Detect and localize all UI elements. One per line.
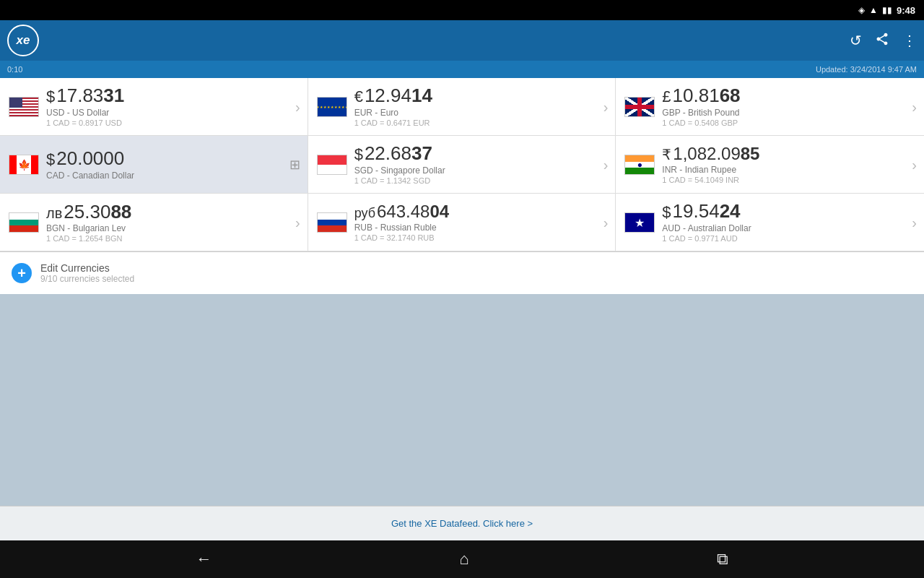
currency-name-inr: INR - Indian Rupee xyxy=(662,165,915,175)
edit-currencies-title: Edit Currencies xyxy=(40,262,134,274)
chevron-sgd: › xyxy=(603,156,609,173)
currency-main-row-rub: руб 643.4804 xyxy=(354,203,607,221)
currency-name-bgn: BGN - Bulgarian Lev xyxy=(46,223,299,233)
datafeed-link[interactable]: Get the XE Datafeed. Click here > xyxy=(391,518,533,529)
flag-sg xyxy=(317,155,347,175)
toolbar-left: xe xyxy=(7,25,39,56)
currency-main-row-inr: ₹ 1,082.0985 xyxy=(662,145,915,163)
flag-ca xyxy=(9,155,39,175)
status-bar: ◈ ▲ ▮▮ 9:48 xyxy=(0,0,924,20)
currency-name-sgd: SGD - Singapore Dollar xyxy=(354,165,607,176)
add-currencies-button[interactable]: + xyxy=(12,263,32,283)
currency-main-row-aud: $ 19.5424 xyxy=(662,202,915,222)
currency-info-gbp: £ 10.8168 GBP - British Pound 1 CAD = 0.… xyxy=(662,86,915,127)
currency-cell-bgn[interactable]: лв 25.3088 BGN - Bulgarian Lev 1 CAD = 1… xyxy=(0,194,308,251)
currency-main-row-bgn: лв 25.3088 xyxy=(46,202,299,222)
currency-cell-usd[interactable]: $ 17.8331 USD - US Dollar 1 CAD = 0.8917… xyxy=(0,78,308,136)
chevron-gbp: › xyxy=(912,98,917,115)
currency-name-aud: AUD - Australian Dollar xyxy=(662,223,915,233)
currency-name-eur: EUR - Euro xyxy=(354,108,607,118)
currency-rate-bgn: 1 CAD = 1.2654 BGN xyxy=(46,234,299,243)
currency-amount-aud: 19.5424 xyxy=(673,202,741,220)
edit-currencies-subtitle: 9/10 currencies selected xyxy=(40,274,134,284)
currency-amount-cad: 20.0000 xyxy=(56,149,124,168)
currency-amount-eur: 12.9414 xyxy=(365,86,432,105)
currency-amount-rub: 643.4804 xyxy=(377,203,449,220)
currency-grid: $ 17.8331 USD - US Dollar 1 CAD = 0.8917… xyxy=(0,78,924,252)
refresh-icon[interactable]: ↺ xyxy=(850,32,862,49)
toolbar: xe ↺ ⋮ xyxy=(0,20,924,61)
currency-info-cad: $ 20.0000 CAD - Canadian Dollar xyxy=(46,149,299,181)
status-icons: ◈ ▲ ▮▮ 9:48 xyxy=(858,5,915,16)
currency-info-eur: € 12.9414 EUR - Euro 1 CAD = 0.6471 EUR xyxy=(354,86,607,127)
currency-amount-usd: 17.8331 xyxy=(56,86,124,105)
footer-link[interactable]: Get the XE Datafeed. Click here > xyxy=(0,506,924,540)
menu-icon[interactable]: ⋮ xyxy=(902,32,917,49)
flag-ru xyxy=(317,212,347,233)
currency-cell-aud[interactable]: $ 19.5424 AUD - Australian Dollar 1 CAD … xyxy=(616,194,924,251)
currency-main-row-gbp: £ 10.8168 xyxy=(662,86,915,106)
currency-symbol-usd: $ xyxy=(46,87,55,106)
xe-logo[interactable]: xe xyxy=(7,25,39,56)
calculator-icon[interactable]: ⊞ xyxy=(289,157,300,173)
chevron-eur: › xyxy=(603,98,609,115)
flag-in xyxy=(624,155,655,175)
main-content: $ 17.8331 USD - US Dollar 1 CAD = 0.8917… xyxy=(0,78,924,540)
sub-header: 0:10 Updated: 3/24/2014 9:47 AM xyxy=(0,61,924,78)
currency-info-bgn: лв 25.3088 BGN - Bulgarian Lev 1 CAD = 1… xyxy=(46,202,299,243)
currency-name-cad: CAD - Canadian Dollar xyxy=(46,171,299,181)
status-time: 9:48 xyxy=(897,5,915,16)
edit-currencies-row[interactable]: + Edit Currencies 9/10 currencies select… xyxy=(0,252,924,294)
sim-icon: ◈ xyxy=(858,5,865,15)
currency-main-row-cad: $ 20.0000 xyxy=(46,149,299,169)
flag-eu: ★★★★★★★★★★★★ xyxy=(317,97,347,117)
home-button[interactable]: ⌂ xyxy=(459,550,468,569)
currency-amount-gbp: 10.8168 xyxy=(673,86,741,105)
flag-us xyxy=(9,97,39,117)
currency-amount-inr: 1,082.0985 xyxy=(673,145,759,163)
battery-icon: ▮▮ xyxy=(882,5,892,15)
wifi-icon: ▲ xyxy=(869,5,878,15)
currency-info-sgd: $ 22.6837 SGD - Singapore Dollar 1 CAD =… xyxy=(354,144,607,185)
flag-bg xyxy=(9,212,39,233)
currency-rate-aud: 1 CAD = 0.9771 AUD xyxy=(662,234,915,243)
edit-currencies-text: Edit Currencies 9/10 currencies selected xyxy=(40,262,134,284)
currency-main-row-sgd: $ 22.6837 xyxy=(354,144,607,164)
currency-cell-cad[interactable]: $ 20.0000 CAD - Canadian Dollar ⊞ xyxy=(0,136,308,194)
chevron-rub: › xyxy=(603,214,609,230)
currency-amount-bgn: 25.3088 xyxy=(64,202,131,221)
updated-time: Updated: 3/24/2014 9:47 AM xyxy=(816,65,917,74)
currency-cell-eur[interactable]: ★★★★★★★★★★★★ € 12.9414 EUR - Euro 1 CAD … xyxy=(308,78,616,136)
currency-symbol-inr: ₹ xyxy=(662,146,671,163)
currency-rate-eur: 1 CAD = 0.6471 EUR xyxy=(354,118,607,127)
chevron-usd: › xyxy=(295,98,300,115)
empty-area xyxy=(0,294,924,506)
currency-symbol-aud: $ xyxy=(662,203,671,222)
elapsed-time: 0:10 xyxy=(7,65,22,74)
toolbar-right: ↺ ⋮ xyxy=(850,32,917,50)
flag-gb xyxy=(624,97,655,117)
currency-cell-rub[interactable]: руб 643.4804 RUB - Russian Ruble 1 CAD =… xyxy=(308,194,616,251)
currency-cell-gbp[interactable]: £ 10.8168 GBP - British Pound 1 CAD = 0.… xyxy=(616,78,924,136)
currency-symbol-rub: руб xyxy=(354,206,375,221)
currency-info-rub: руб 643.4804 RUB - Russian Ruble 1 CAD =… xyxy=(354,203,607,242)
currency-cell-inr[interactable]: ₹ 1,082.0985 INR - Indian Rupee 1 CAD = … xyxy=(616,136,924,194)
chevron-bgn: › xyxy=(295,214,300,230)
currency-rate-rub: 1 CAD = 32.1740 RUB xyxy=(354,233,607,242)
currency-info-usd: $ 17.8331 USD - US Dollar 1 CAD = 0.8917… xyxy=(46,86,299,127)
currency-amount-sgd: 22.6837 xyxy=(365,144,432,163)
currency-symbol-gbp: £ xyxy=(662,87,671,106)
share-icon[interactable] xyxy=(875,32,889,50)
currency-name-gbp: GBP - British Pound xyxy=(662,108,915,118)
currency-main-row-usd: $ 17.8331 xyxy=(46,86,299,106)
currency-cell-sgd[interactable]: $ 22.6837 SGD - Singapore Dollar 1 CAD =… xyxy=(308,136,616,194)
currency-name-rub: RUB - Russian Ruble xyxy=(354,223,607,233)
currency-symbol-bgn: лв xyxy=(46,205,62,222)
currency-symbol-sgd: $ xyxy=(354,145,363,164)
chevron-inr: › xyxy=(912,156,917,173)
currency-symbol-cad: $ xyxy=(46,150,55,169)
back-button[interactable]: ← xyxy=(196,550,212,569)
currency-main-row-eur: € 12.9414 xyxy=(354,86,607,106)
currency-rate-inr: 1 CAD = 54.1049 INR xyxy=(662,176,915,184)
recents-button[interactable]: ⧉ xyxy=(717,550,728,569)
